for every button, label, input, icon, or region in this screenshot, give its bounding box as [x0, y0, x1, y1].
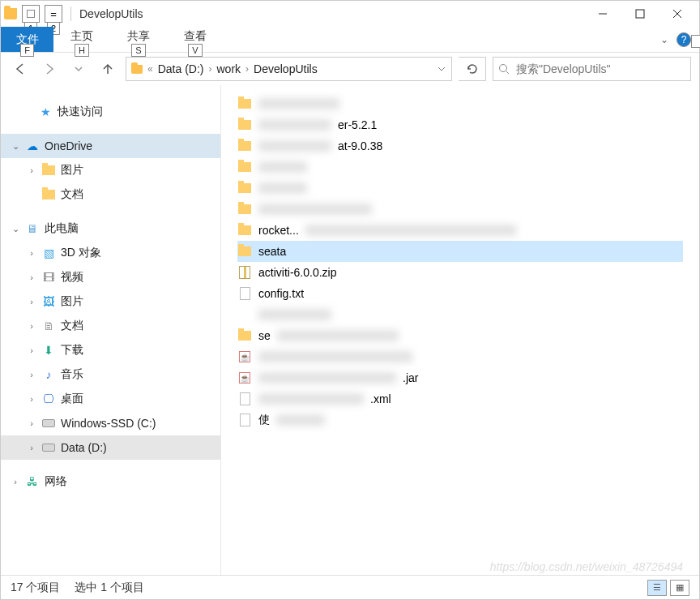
tree-this-pc[interactable]: ⌄ 🖥 此电脑 [1, 216, 220, 241]
minimize-button[interactable] [584, 2, 621, 26]
view-icons-button[interactable]: ▦ [670, 580, 689, 596]
file-item[interactable]: seata [237, 241, 683, 262]
svg-line-5 [506, 71, 509, 74]
ribbon: 文件 F 主页 H 共享 S 查看 V ⌄ ? E [1, 27, 699, 53]
tree-label: 文档 [61, 187, 83, 202]
folder-icon [237, 118, 252, 132]
search-box[interactable] [493, 57, 691, 81]
file-item[interactable]: at-9.0.38 [237, 135, 683, 156]
tree-desktop[interactable]: ›🖵桌面 [1, 387, 220, 411]
window-title: DevelopUtils [79, 7, 143, 20]
file-item[interactable]: se [237, 325, 683, 346]
desktop-icon: 🖵 [41, 392, 56, 405]
tree-network[interactable]: › 🖧 网络 [1, 469, 220, 494]
chevron-right-icon[interactable]: › [27, 345, 36, 355]
tree-quick-access[interactable]: ★ 快速访问 [1, 100, 220, 124]
tree-drive-d[interactable]: ›Data (D:) [1, 435, 220, 460]
tree-label: 网络 [45, 474, 67, 489]
chevron-down-icon[interactable]: ⌄ [11, 224, 20, 234]
maximize-button[interactable] [621, 2, 659, 26]
tree-documents[interactable]: ›🗎文档 [1, 314, 220, 338]
file-tab[interactable]: 文件 F [1, 27, 53, 52]
file-item[interactable]: rocket... [237, 220, 683, 241]
title-separator [70, 6, 71, 21]
tree-music[interactable]: ›♪音乐 [1, 362, 220, 387]
tree-videos[interactable]: ›🎞视频 [1, 265, 220, 289]
chevron-down-icon[interactable]: ⌄ [11, 141, 20, 152]
tab-home[interactable]: 主页 H [53, 27, 110, 52]
search-input[interactable] [514, 62, 685, 76]
address-dropdown[interactable] [437, 64, 446, 74]
tree-label: 图片 [61, 294, 83, 309]
chevron-right-icon[interactable]: › [27, 248, 36, 258]
file-item[interactable] [237, 93, 683, 114]
chevron-right-icon[interactable]: › [27, 443, 36, 452]
refresh-button[interactable] [459, 57, 486, 81]
drive-icon [41, 441, 56, 454]
chevron-right-icon[interactable]: › [11, 477, 20, 486]
file-item[interactable]: ☕ [237, 346, 683, 367]
chevron-right-icon[interactable]: › [27, 394, 36, 404]
folder-icon [237, 328, 252, 343]
cloud-icon: ☁ [25, 139, 40, 152]
file-item[interactable] [237, 304, 683, 325]
crumb-0[interactable]: Data (D:) [158, 62, 204, 75]
chevron-right-icon[interactable]: › [27, 370, 36, 379]
crumb-sep-icon: « [147, 63, 153, 75]
tree-label: 文档 [61, 319, 83, 333]
crumb-1[interactable]: work [216, 62, 241, 75]
pc-icon: 🖥 [25, 222, 40, 235]
address-bar[interactable]: « Data (D:) › work › DevelopUtils [126, 57, 452, 81]
document-icon: 🗎 [41, 319, 56, 332]
tree-label: Data (D:) [61, 441, 107, 454]
chevron-right-icon[interactable]: › [27, 272, 36, 282]
file-icon [237, 413, 252, 427]
zip-icon [237, 265, 252, 280]
film-icon: 🎞 [41, 271, 56, 284]
up-button[interactable] [96, 58, 119, 80]
tree-drive-c[interactable]: ›Windows-SSD (C:) [1, 411, 220, 435]
qat-1[interactable]: 1 [22, 5, 40, 23]
tree-pictures[interactable]: ›🖼图片 [1, 289, 220, 314]
forward-button[interactable] [38, 58, 61, 80]
item-count: 17 个项目 [11, 581, 60, 595]
folder-icon [237, 202, 252, 216]
ribbon-collapse-icon[interactable]: ⌄ [660, 34, 668, 45]
file-item[interactable] [237, 156, 683, 178]
tree-label: 快速访问 [58, 105, 103, 119]
qat-2[interactable]: = 2 [45, 5, 62, 23]
file-item[interactable]: ☕.jar [237, 367, 683, 388]
file-list[interactable]: er-5.2.1at-9.0.38rocket...seataactiviti-… [221, 85, 699, 575]
tree-3dobjects[interactable]: ›▧3D 对象 [1, 241, 220, 265]
window-controls [584, 2, 696, 26]
tab-share[interactable]: 共享 S [110, 27, 167, 52]
file-item[interactable]: activiti-6.0.0.zip [237, 262, 683, 283]
chevron-right-icon[interactable]: › [27, 297, 36, 306]
chevron-right-icon[interactable]: › [27, 165, 36, 175]
close-button[interactable] [659, 2, 696, 26]
file-item[interactable]: .xml [237, 388, 683, 409]
tree-onedrive[interactable]: ⌄ ☁ OneDrive [1, 134, 220, 158]
file-item[interactable]: config.txt [237, 283, 683, 304]
watermark: https://blog.csdn.net/weixin_48726494 [490, 560, 683, 573]
help-button[interactable]: ? E [677, 32, 691, 47]
drive-icon [41, 417, 56, 430]
tree-onedrive-docs[interactable]: 文档 [1, 182, 220, 207]
file-item[interactable] [237, 178, 683, 199]
crumb-2[interactable]: DevelopUtils [254, 62, 318, 75]
tree-downloads[interactable]: ›⬇下载 [1, 338, 220, 362]
tree-label: 3D 对象 [61, 246, 101, 260]
cube-icon: ▧ [41, 246, 56, 259]
back-button[interactable] [9, 58, 32, 80]
file-item[interactable]: 使 [237, 409, 683, 431]
recent-button[interactable] [67, 58, 90, 80]
file-item[interactable] [237, 199, 683, 220]
file-item[interactable]: er-5.2.1 [237, 114, 683, 135]
tree-onedrive-pictures[interactable]: › 图片 [1, 158, 220, 182]
view-details-button[interactable]: ☰ [647, 580, 667, 596]
chevron-right-icon[interactable]: › [27, 418, 36, 428]
tree-label: 桌面 [61, 392, 83, 406]
tab-view[interactable]: 查看 V [167, 27, 224, 52]
jar-icon: ☕ [237, 371, 252, 385]
chevron-right-icon[interactable]: › [27, 321, 36, 331]
